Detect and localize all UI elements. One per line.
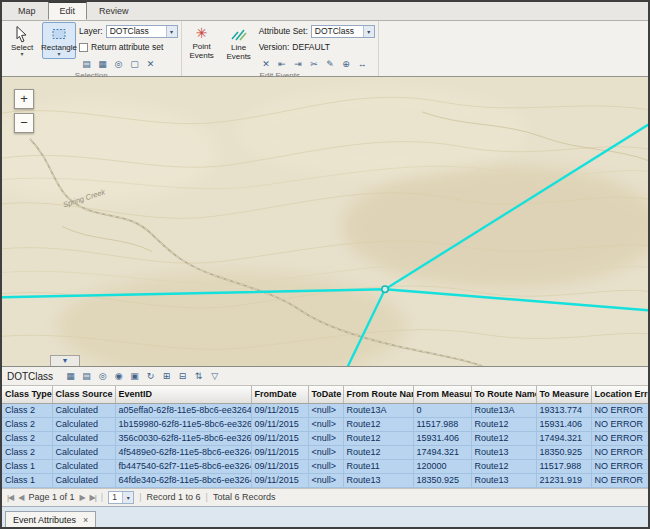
event-editor-window: Map Edit Review Select ▾ Rectangle [0, 0, 650, 529]
delete-event-icon[interactable]: ✕ [259, 56, 274, 71]
table-row[interactable]: Class 2Calculated356c0030-62f8-11e5-8bc6… [2, 431, 648, 445]
sort-records-icon[interactable]: ⇅ [191, 369, 206, 384]
layer-select[interactable]: DOTClass ▾ [106, 25, 178, 38]
table-cell: 09/11/2015 [251, 403, 308, 417]
table-cell: Route12 [343, 417, 413, 431]
zoom-out-button[interactable]: − [14, 113, 34, 133]
first-page-icon[interactable]: |◀ [7, 493, 13, 502]
column-header-class_type[interactable]: Class Type [2, 386, 52, 403]
tab-event-attributes[interactable]: Event Attributes × [5, 511, 96, 528]
close-icon[interactable]: × [83, 515, 88, 525]
map-graphics: Spring Creek [2, 77, 648, 366]
split-event-icon[interactable]: ✂ [307, 56, 322, 71]
column-header-from_measure[interactable]: From Measure [413, 386, 471, 403]
table-cell: Route13 [471, 473, 536, 487]
tab-edit[interactable]: Edit [48, 1, 88, 20]
table-cell: 09/11/2015 [251, 473, 308, 487]
table-cell: fb447540-62f7-11e5-8bc6-ee32641d5ec9 [115, 459, 251, 473]
table-row[interactable]: Class 2Calculated4f5489e0-62f8-11e5-8bc6… [2, 445, 648, 459]
point-events-button[interactable]: ✳ Point Events [185, 22, 219, 62]
clear-selection-icon[interactable]: ▢ [127, 56, 142, 71]
zoom-in-button[interactable]: + [14, 89, 34, 109]
filter-records-icon[interactable]: ▽ [207, 369, 222, 384]
table-pagination-bar: |◀ ◀ Page 1 of 1 ▶ ▶| | 1 ▾ | Record 1 t… [2, 488, 648, 506]
column-header-event_id[interactable]: EventID [115, 386, 251, 403]
next-page-icon[interactable]: ▶ [79, 493, 84, 502]
table-row[interactable]: Class 1Calculatedfb447540-62f7-11e5-8bc6… [2, 459, 648, 473]
save-edits-icon[interactable]: ▣ [127, 369, 142, 384]
extend-event-icon[interactable]: ⇥ [291, 56, 306, 71]
table-cell: 11517.988 [413, 417, 471, 431]
column-header-to_date[interactable]: ToDate [308, 386, 343, 403]
table-cell: <null> [308, 473, 343, 487]
table-cell: Calculated [52, 473, 115, 487]
tab-review[interactable]: Review [87, 2, 141, 20]
export-records-icon[interactable]: ⊟ [175, 369, 190, 384]
table-header-row: Class TypeClass SourceEventIDFromDateToD… [2, 386, 648, 403]
pan-to-record-icon[interactable]: ◉ [111, 369, 126, 384]
attributes-window-icon[interactable]: ▤ [79, 56, 94, 71]
page-number-select[interactable]: 1 ▾ [108, 491, 134, 504]
table-row[interactable]: Class 2Calculated1b159980-62f8-11e5-8bc6… [2, 417, 648, 431]
line-events-button[interactable]: Line Events [222, 22, 256, 63]
edit-event-icon[interactable]: ✎ [323, 56, 338, 71]
column-header-to_route_name[interactable]: To Route Name [471, 386, 536, 403]
table-cell: 21231.919 [536, 473, 591, 487]
layer-select-value: DOTClass [110, 26, 149, 36]
table-cell: 18350.925 [536, 445, 591, 459]
map-zoom-control: + − [14, 89, 34, 133]
panel-collapse-button[interactable]: ▼ [50, 355, 80, 366]
reassign-route-icon[interactable]: ↔ [355, 56, 370, 71]
table-cell: Class 2 [2, 403, 52, 417]
table-cell: a05effa0-62f8-11e5-8bc6-ee32641d5ec9 [115, 403, 251, 417]
return-attribute-set-checkbox[interactable] [79, 43, 88, 52]
table-cell: Calculated [52, 445, 115, 459]
version-value: DEFAULT [292, 42, 330, 52]
table-row[interactable]: Class 1Calculated64fde340-62f8-11e5-8bc6… [2, 473, 648, 487]
layer-label: Layer: [79, 26, 103, 36]
table-cell: Calculated [52, 403, 115, 417]
last-page-icon[interactable]: ▶| [90, 493, 96, 502]
event-records-table: Class TypeClass SourceEventIDFromDateToD… [2, 386, 649, 488]
rectangle-tool-button[interactable]: Rectangle ▾ [42, 22, 76, 59]
add-record-icon[interactable]: ⊞ [159, 369, 174, 384]
table-cell: Class 1 [2, 473, 52, 487]
table-cell: NO ERROR [591, 473, 648, 487]
table-cell: 09/11/2015 [251, 459, 308, 473]
route-junction-point[interactable] [382, 286, 388, 292]
table-cell: Class 2 [2, 431, 52, 445]
tab-map[interactable]: Map [6, 2, 48, 20]
zoom-to-selection-icon[interactable]: ◎ [111, 56, 126, 71]
table-row[interactable]: Class 2Calculateda05effa0-62f8-11e5-8bc6… [2, 403, 648, 417]
chevron-down-icon: ▾ [363, 26, 374, 37]
table-cell: 11517.988 [536, 459, 591, 473]
attribute-set-select[interactable]: DOTClass ▾ [311, 25, 375, 38]
column-header-from_date[interactable]: FromDate [251, 386, 308, 403]
table-cell: <null> [308, 445, 343, 459]
table-cell: Route13 [471, 445, 536, 459]
map-canvas[interactable]: Spring Creek + − ▼ [2, 77, 648, 367]
table-cell: NO ERROR [591, 445, 648, 459]
table-cell: 09/11/2015 [251, 445, 308, 459]
column-header-to_measure[interactable]: To Measure [536, 386, 591, 403]
table-cell: <null> [308, 403, 343, 417]
bottom-tab-bar: Event Attributes × [2, 506, 648, 528]
column-header-from_route_name[interactable]: From Route Name [343, 386, 413, 403]
trim-event-icon[interactable]: ⇤ [275, 56, 290, 71]
chevron-down-icon: ▾ [166, 26, 177, 37]
add-event-icon[interactable]: ⊕ [339, 56, 354, 71]
zoom-to-record-icon[interactable]: ◎ [95, 369, 110, 384]
selection-list-icon[interactable]: ▦ [95, 56, 110, 71]
show-table-icon[interactable]: ▦ [63, 369, 78, 384]
select-tool-button[interactable]: Select ▾ [5, 22, 39, 59]
column-header-location_error[interactable]: Location Error [591, 386, 648, 403]
table-cell: 120000 [413, 459, 471, 473]
selection-options-icon[interactable]: ✕ [143, 56, 158, 71]
line-events-label: Line Events [224, 43, 254, 61]
previous-page-icon[interactable]: ◀ [18, 493, 23, 502]
table-cell: Route12 [471, 417, 536, 431]
attribute-view-icon[interactable]: ▤ [79, 369, 94, 384]
refresh-icon[interactable]: ↻ [143, 369, 158, 384]
column-header-class_source[interactable]: Class Source [52, 386, 115, 403]
table-cell: 356c0030-62f8-11e5-8bc6-ee32641d5ec9 [115, 431, 251, 445]
